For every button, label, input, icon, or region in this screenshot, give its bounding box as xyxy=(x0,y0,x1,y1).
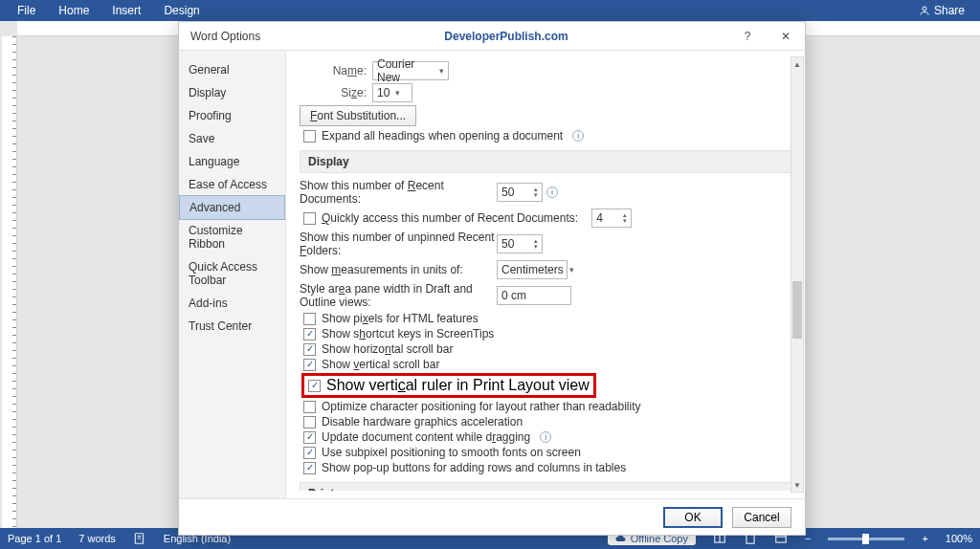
vscroll-checkbox[interactable] xyxy=(303,359,316,371)
quick-recent-value: 4 xyxy=(596,211,603,225)
zoom-in-button[interactable]: + xyxy=(922,533,927,544)
print-section-header: Print xyxy=(300,482,791,491)
zoom-level[interactable]: 100% xyxy=(946,533,972,544)
share-icon xyxy=(919,5,930,16)
hwaccel-label: Disable hardware graphics acceleration xyxy=(322,415,523,428)
style-pane-label: Style area pane width in Draft and Outli… xyxy=(300,282,497,309)
nav-general[interactable]: General xyxy=(179,58,285,81)
expand-headings-checkbox[interactable] xyxy=(303,130,316,143)
page-indicator[interactable]: Page 1 of 1 xyxy=(8,533,61,544)
view-read-mode-icon[interactable] xyxy=(713,532,726,545)
hscroll-label: Show horizontal scroll bar xyxy=(322,342,453,356)
proofing-icon[interactable] xyxy=(133,532,146,545)
font-substitution-button[interactable]: Font Substitution... xyxy=(300,105,416,126)
font-size-value: 10 xyxy=(377,86,390,99)
nav-display[interactable]: Display xyxy=(179,81,285,104)
scroll-up-icon[interactable]: ▲ xyxy=(791,57,803,71)
ok-button[interactable]: OK xyxy=(663,507,723,528)
optimize-checkbox[interactable] xyxy=(303,401,316,413)
tab-design[interactable]: Design xyxy=(152,4,211,17)
help-button[interactable]: ? xyxy=(728,22,767,51)
svg-rect-4 xyxy=(746,534,754,544)
chevron-down-icon: ▾ xyxy=(395,88,400,98)
recent-docs-input[interactable]: 50 ▴▾ xyxy=(497,183,543,202)
font-size-combo[interactable]: 10▾ xyxy=(372,83,412,102)
svg-point-0 xyxy=(923,7,926,11)
document-area: Word Options DeveloperPublish.com ? ✕ Ge… xyxy=(0,21,980,528)
dialog-title: Word Options xyxy=(179,30,284,43)
optimize-label: Optimize character positioning for layou… xyxy=(322,400,641,413)
shortcut-label: Show shortcut keys in ScreenTips xyxy=(322,327,494,340)
cancel-button[interactable]: Cancel xyxy=(732,507,791,528)
tab-home[interactable]: Home xyxy=(47,4,100,17)
recent-docs-label: Show this number of Recent Documents: xyxy=(300,179,497,206)
quick-recent-input[interactable]: 4 ▴▾ xyxy=(591,209,632,228)
font-size-label: Size: xyxy=(323,86,367,99)
pixels-checkbox[interactable] xyxy=(303,313,316,325)
expand-headings-label: Expand all headings when opening a docum… xyxy=(322,129,563,143)
popup-checkbox[interactable] xyxy=(303,462,316,474)
zoom-slider[interactable] xyxy=(828,538,904,540)
chevron-down-icon: ▾ xyxy=(439,66,444,76)
dialog-footer: OK Cancel xyxy=(179,498,805,535)
quick-recent-checkbox[interactable] xyxy=(303,212,316,225)
dragupdate-label: Update document content while dragging xyxy=(322,430,530,444)
word-count[interactable]: 7 words xyxy=(78,533,116,544)
font-name-value: Courier New xyxy=(377,58,434,84)
pixels-label: Show pixels for HTML features xyxy=(322,312,479,325)
nav-advanced[interactable]: Advanced xyxy=(179,195,285,220)
dragupdate-checkbox[interactable] xyxy=(303,431,316,444)
recent-docs-value: 50 xyxy=(501,186,514,199)
shortcut-checkbox[interactable] xyxy=(303,328,316,340)
nav-save[interactable]: Save xyxy=(179,127,285,150)
recent-folders-input[interactable]: 50 ▴▾ xyxy=(497,234,543,253)
vruler-highlight: Show vertical ruler in Print Layout view xyxy=(301,373,596,398)
dialog-titlebar: Word Options DeveloperPublish.com ? ✕ xyxy=(179,22,805,51)
dialog-title-center: DeveloperPublish.com xyxy=(284,30,728,43)
vscroll-label: Show vertical scroll bar xyxy=(322,358,439,371)
font-name-combo[interactable]: Courier New▾ xyxy=(372,61,449,80)
vruler-checkbox[interactable] xyxy=(308,380,321,392)
share-label: Share xyxy=(934,4,965,17)
nav-ease-of-access[interactable]: Ease of Access xyxy=(179,173,285,196)
view-web-layout-icon[interactable] xyxy=(774,532,788,545)
nav-customize-ribbon[interactable]: Customize Ribbon xyxy=(179,219,285,255)
view-print-layout-icon[interactable] xyxy=(744,532,757,545)
units-combo[interactable]: Centimeters▾ xyxy=(497,260,568,279)
recent-folders-label: Show this number of unpinned Recent Fold… xyxy=(300,231,497,257)
nav-trust-center[interactable]: Trust Center xyxy=(179,315,285,338)
subpixel-label: Use subpixel positioning to smooth fonts… xyxy=(322,446,581,459)
word-options-dialog: Word Options DeveloperPublish.com ? ✕ Ge… xyxy=(178,21,806,536)
close-button[interactable]: ✕ xyxy=(767,22,805,51)
info-icon[interactable]: i xyxy=(546,187,558,198)
chevron-down-icon: ▾ xyxy=(569,265,574,274)
scroll-down-icon[interactable]: ▼ xyxy=(791,478,803,492)
recent-folders-value: 50 xyxy=(501,237,514,251)
units-label: Show measurements in units of: xyxy=(300,263,497,276)
info-icon[interactable]: i xyxy=(540,431,551,443)
options-nav: General Display Proofing Save Language E… xyxy=(179,51,286,498)
info-icon[interactable]: i xyxy=(572,130,584,142)
nav-language[interactable]: Language xyxy=(179,150,285,173)
scroll-thumb[interactable] xyxy=(792,281,802,339)
nav-proofing[interactable]: Proofing xyxy=(179,104,285,127)
subpixel-checkbox[interactable] xyxy=(303,447,316,459)
ruler-vertical xyxy=(2,36,17,528)
hwaccel-checkbox[interactable] xyxy=(303,416,316,428)
options-content: Name: Courier New▾ Size: 10▾ Font Substi… xyxy=(286,51,805,498)
font-name-label: Name: xyxy=(323,64,367,77)
tab-file[interactable]: File xyxy=(6,4,47,17)
svg-rect-5 xyxy=(776,535,787,542)
style-pane-input[interactable]: 0 cm xyxy=(497,286,571,305)
ribbon: File Home Insert Design Share xyxy=(0,0,980,21)
tab-insert[interactable]: Insert xyxy=(100,4,152,17)
hscroll-checkbox[interactable] xyxy=(303,343,316,356)
units-value: Centimeters xyxy=(501,263,564,276)
display-section-header: Display xyxy=(300,150,791,173)
quick-recent-label: Quickly access this number of Recent Doc… xyxy=(322,211,578,225)
nav-quick-access-toolbar[interactable]: Quick Access Toolbar xyxy=(179,255,285,292)
nav-add-ins[interactable]: Add-ins xyxy=(179,292,285,315)
share-button[interactable]: Share xyxy=(909,4,974,17)
content-scrollbar[interactable]: ▲ ▼ xyxy=(791,56,804,493)
popup-label: Show pop-up buttons for adding rows and … xyxy=(322,461,626,474)
